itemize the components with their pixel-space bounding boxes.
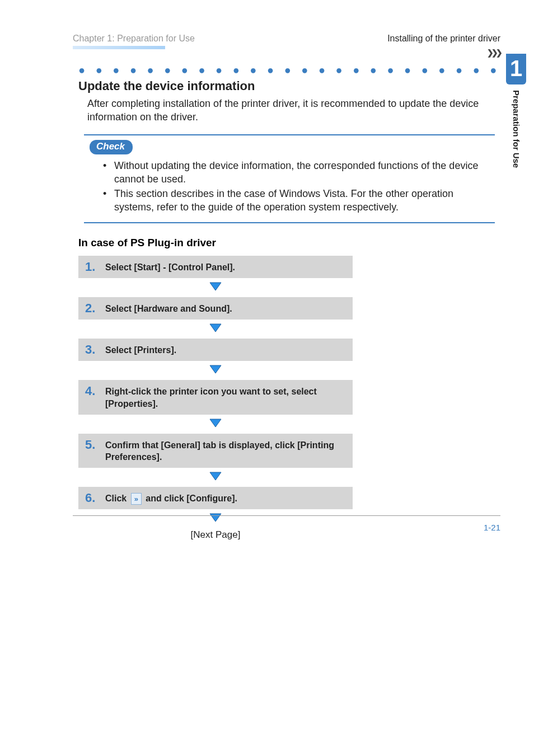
svg-marker-0 xyxy=(210,283,221,290)
step-number: 2. xyxy=(85,302,99,315)
step-arrow-icon xyxy=(78,468,353,487)
step-text: Select [Printers]. xyxy=(105,343,176,356)
svg-marker-2 xyxy=(210,365,221,373)
step-text: Right-click the printer icon you want to… xyxy=(105,384,346,410)
subsection-title: In case of PS Plug-in driver xyxy=(78,237,500,249)
step-text: Confirm that [General] tab is displayed,… xyxy=(105,438,346,463)
chapter-number-tab: 1 xyxy=(506,54,526,84)
expand-icon: » xyxy=(131,493,142,505)
svg-marker-3 xyxy=(210,419,221,427)
step-arrow-icon xyxy=(78,320,353,339)
step-arrow-icon xyxy=(78,361,353,380)
step-number: 5. xyxy=(85,438,99,452)
svg-marker-1 xyxy=(210,324,221,332)
section-description: After completing installation of the pri… xyxy=(78,97,500,124)
page-footer: 1-21 xyxy=(73,515,500,532)
check-badge: Check xyxy=(90,140,133,154)
sidebar-tab: 1 Preparation for Use xyxy=(506,54,526,210)
section-title: Update the device information xyxy=(78,79,500,93)
step-text: Click » and click [Configure]. xyxy=(105,491,237,505)
step-text-prefix: Click xyxy=(105,494,129,503)
step-arrow-icon xyxy=(78,278,353,297)
step-text-suffix: and click [Configure]. xyxy=(143,494,237,503)
topic-label: Installing of the printer driver xyxy=(387,34,500,44)
step-text: Select [Hardware and Sound]. xyxy=(105,302,232,315)
step-number: 3. xyxy=(85,343,99,356)
step-number: 6. xyxy=(85,491,99,505)
page-number: 1-21 xyxy=(484,523,500,532)
svg-marker-4 xyxy=(210,472,221,480)
step-item: 3. Select [Printers]. xyxy=(78,339,353,361)
steps-list: 1. Select [Start] - [Control Panel]. 2. … xyxy=(78,256,353,541)
header-underline xyxy=(73,46,165,49)
step-text: Select [Start] - [Control Panel]. xyxy=(105,260,235,274)
step-number: 4. xyxy=(85,384,99,398)
step-item: 4. Right-click the printer icon you want… xyxy=(78,380,353,414)
step-number: 1. xyxy=(85,260,99,274)
step-arrow-icon xyxy=(78,415,353,434)
chapter-label-tab: Preparation for Use xyxy=(512,90,521,168)
step-item: 6. Click » and click [Configure]. xyxy=(78,487,353,510)
step-item: 5. Confirm that [General] tab is display… xyxy=(78,434,353,468)
check-item: Without updating the device information,… xyxy=(114,159,489,186)
chapter-label: Chapter 1: Preparation for Use xyxy=(73,34,195,44)
check-callout: Check Without updating the device inform… xyxy=(84,134,495,223)
chevrons-decor: ❯❯❯ xyxy=(487,48,500,57)
step-item: 1. Select [Start] - [Control Panel]. xyxy=(78,256,353,278)
step-item: 2. Select [Hardware and Sound]. xyxy=(78,297,353,320)
dotted-separator: ● ● ● ● ● ● ● ● ● ● ● ● ● ● ● ● ● ● ● ● … xyxy=(78,64,500,77)
check-item: This section describes in the case of Wi… xyxy=(114,187,489,214)
